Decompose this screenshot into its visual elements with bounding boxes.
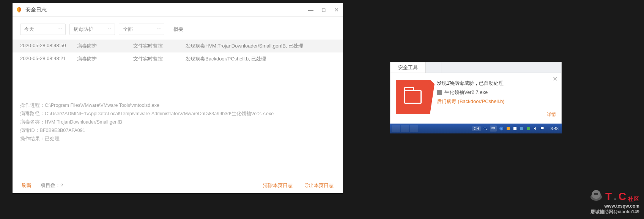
close-button[interactable]: ✕ — [334, 7, 340, 13]
filter-row: 今天 ﹀ 病毒防护 ﹀ 全部 ﹀ 概要 — [13, 17, 343, 40]
popup-detail-link[interactable]: 详情 — [547, 111, 556, 118]
chevron-down-icon: ﹀ — [157, 27, 161, 32]
date-filter-label: 今天 — [24, 26, 34, 33]
chevron-down-icon: ﹀ — [58, 27, 62, 32]
alert-badge — [396, 80, 430, 114]
help-icon[interactable]: ? — [499, 126, 504, 131]
window-controls: — □ ✕ — [308, 7, 340, 13]
table-row[interactable]: 2020-05-28 08:48:21 病毒防护 文件实时监控 发现病毒Back… — [13, 52, 343, 65]
item-count: 项目数：2 — [41, 182, 63, 189]
svg-line-1 — [486, 129, 487, 130]
watermark-logo: T . C 社区 — [589, 187, 639, 203]
popup-tabs: 安全工具 — [390, 62, 561, 73]
popup-tab-label: 安全工具 — [398, 64, 418, 71]
popup-title: 发现1项病毒威胁，已自动处理 — [437, 80, 556, 87]
taskbar-item[interactable] — [410, 125, 418, 132]
folder-icon — [404, 90, 422, 104]
svg-rect-13 — [594, 193, 598, 195]
threat-popup: 安全工具 ✕ 发现1项病毒威胁，已自动处理 生化领袖Ver2.7.exe 后门病… — [390, 62, 562, 133]
cell-type: 病毒防护 — [77, 43, 133, 49]
svg-marker-8 — [534, 127, 536, 130]
summary-header: 概要 — [168, 26, 183, 33]
popup-tab-active[interactable]: 安全工具 — [390, 62, 426, 73]
popup-filename: 生化领袖Ver2.7.exe — [444, 89, 488, 96]
taskbar-item[interactable] — [401, 125, 409, 132]
watermark: T . C 社区 www.tcsqw.com 屠城辅助网@xiaolei149 — [589, 187, 639, 215]
search-icon[interactable] — [483, 126, 488, 131]
app-icon — [16, 6, 22, 13]
system-tray: CH 中 ? 8:48 — [472, 125, 562, 132]
popup-text: 发现1项病毒威胁，已自动处理 生化领袖Ver2.7.exe 后门病毒 (Back… — [437, 80, 556, 114]
watermark-url: www.tcsqw.com — [589, 203, 639, 209]
svg-rect-9 — [541, 127, 543, 129]
minimize-button[interactable]: — — [308, 7, 314, 13]
clear-log-button[interactable]: 清除本页日志 — [263, 182, 293, 189]
window-title: 安全日志 — [25, 6, 47, 13]
detail-process: 操作进程：C:\Program Files\VMware\VMware Tool… — [20, 101, 335, 110]
tray-icon[interactable] — [506, 126, 510, 131]
cell-summary: 发现病毒HVM:TrojanDownloader/Small.gen!B, 已处… — [186, 43, 335, 49]
svg-rect-5 — [513, 127, 516, 130]
detail-result: 操作结果：已处理 — [20, 135, 335, 143]
clock[interactable]: 8:48 — [551, 126, 559, 131]
brand-c: C — [619, 190, 627, 203]
ime-indicator[interactable]: 中 — [490, 125, 497, 132]
taskbar-item[interactable] — [392, 125, 400, 132]
popup-tab-inactive[interactable] — [426, 62, 441, 73]
date-filter[interactable]: 今天 ﹀ — [20, 24, 66, 35]
export-log-button[interactable]: 导出本页日志 — [304, 182, 334, 189]
footer: 刷新 项目数：2 清除本页日志 导出本页日志 — [13, 178, 343, 193]
svg-rect-6 — [520, 127, 523, 130]
svg-rect-4 — [507, 127, 510, 130]
table-row[interactable]: 2020-05-28 08:48:50 病毒防护 文件实时监控 发现病毒HVM:… — [13, 40, 343, 52]
taskbar: CH 中 ? 8:48 — [390, 124, 562, 133]
scope-filter[interactable]: 全部 ﹀ — [119, 24, 164, 35]
category-filter[interactable]: 病毒防护 ﹀ — [69, 24, 115, 35]
detail-name: 病毒名称：HVM:TrojanDownloader/Small.gen!B — [20, 118, 335, 126]
tray-icon[interactable] — [526, 126, 531, 131]
detail-panel: 操作进程：C:\Program Files\VMware\VMware Tool… — [20, 101, 335, 143]
security-log-window: 安全日志 — □ ✕ 今天 ﹀ 病毒防护 ﹀ 全部 ﹀ 概要 2020-05-2… — [13, 3, 343, 193]
watermark-handle: 屠城辅助网@xiaolei149 — [589, 209, 639, 215]
detail-id: 病毒ID：BF0B9E3B07AFA091 — [20, 126, 335, 135]
scope-filter-label: 全部 — [123, 26, 133, 33]
brand-t: T — [605, 190, 612, 203]
volume-icon[interactable] — [533, 126, 538, 131]
log-table: 2020-05-28 08:48:50 病毒防护 文件实时监控 发现病毒HVM:… — [13, 40, 343, 65]
flag-icon[interactable] — [540, 126, 545, 131]
tray-icon[interactable] — [520, 126, 524, 131]
titlebar: 安全日志 — □ ✕ — [13, 3, 343, 17]
lang-indicator[interactable]: CH — [472, 126, 480, 131]
cell-source: 文件实时监控 — [133, 56, 186, 62]
svg-text:?: ? — [501, 127, 502, 130]
svg-rect-7 — [527, 127, 530, 130]
cell-time: 2020-05-28 08:48:21 — [20, 56, 77, 62]
cell-source: 文件实时监控 — [133, 43, 186, 49]
category-filter-label: 病毒防护 — [74, 26, 93, 33]
maximize-button[interactable]: □ — [321, 7, 327, 13]
detail-path: 病毒路径：C:\Users\ADMINI~1\AppData\Local\Tem… — [20, 110, 335, 118]
popup-body: ✕ 发现1项病毒威胁，已自动处理 生化领袖Ver2.7.exe 后门病毒 (Ba… — [390, 73, 561, 118]
refresh-button[interactable]: 刷新 — [22, 182, 31, 189]
svg-point-0 — [484, 127, 486, 129]
exe-icon — [437, 90, 442, 95]
cell-type: 病毒防护 — [77, 56, 133, 62]
chevron-down-icon: ﹀ — [108, 27, 112, 32]
popup-file: 生化领袖Ver2.7.exe — [437, 89, 556, 96]
helmet-icon — [589, 187, 604, 203]
brand-suffix: 社区 — [628, 196, 639, 203]
popup-close-icon[interactable]: ✕ — [553, 75, 557, 83]
tray-icon[interactable] — [513, 126, 517, 131]
cell-summary: 发现病毒Backdoor/PCshell.b, 已处理 — [186, 56, 335, 62]
cell-time: 2020-05-28 08:48:50 — [20, 43, 77, 49]
popup-threat: 后门病毒 (Backdoor/PCshell.b) — [437, 98, 556, 105]
taskbar-left — [390, 125, 418, 132]
